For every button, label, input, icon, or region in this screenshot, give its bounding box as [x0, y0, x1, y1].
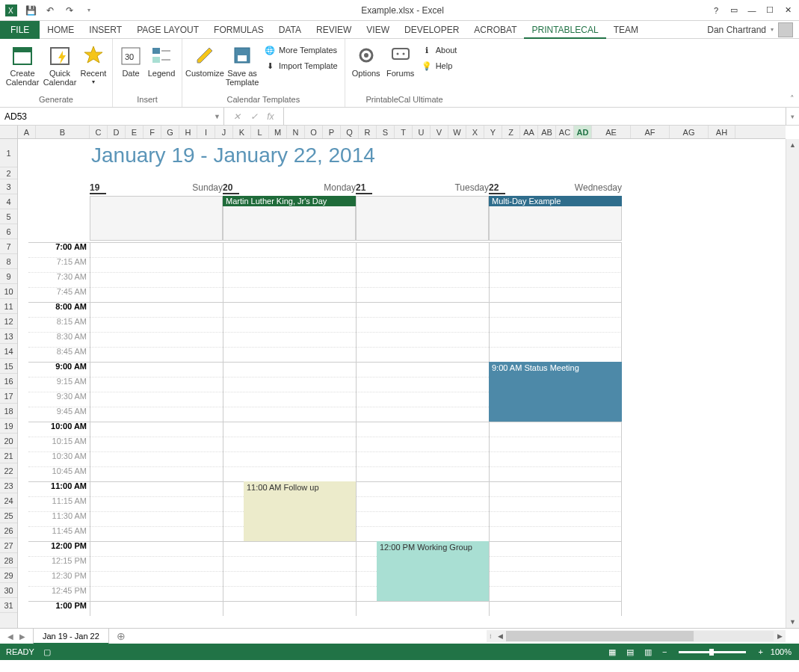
- recent-button[interactable]: Recent ▾: [79, 40, 108, 86]
- create-calendar-button[interactable]: Create Calendar: [4, 40, 40, 87]
- forums-button[interactable]: Forums: [384, 40, 417, 78]
- column-header[interactable]: AB: [538, 126, 556, 138]
- zoom-out-button[interactable]: −: [659, 647, 670, 656]
- column-header[interactable]: AA: [520, 126, 538, 138]
- about-button[interactable]: ℹAbout: [419, 43, 460, 58]
- column-header[interactable]: AC: [556, 126, 574, 138]
- row-header[interactable]: 15: [0, 359, 17, 374]
- column-header[interactable]: L: [251, 126, 269, 138]
- row-header[interactable]: 18: [0, 404, 17, 419]
- minimize-icon[interactable]: —: [744, 3, 760, 18]
- save-icon[interactable]: 💾: [22, 2, 39, 19]
- row-header[interactable]: 19: [0, 419, 17, 434]
- column-header[interactable]: Q: [341, 126, 359, 138]
- tab-data[interactable]: DATA: [271, 21, 309, 39]
- fx-icon[interactable]: fx: [267, 111, 274, 122]
- user-menu[interactable]: Dan Chartrand ▾: [707, 22, 799, 37]
- formula-input[interactable]: [284, 108, 786, 125]
- row-header[interactable]: 26: [0, 523, 17, 538]
- day-column[interactable]: [223, 242, 356, 616]
- column-header[interactable]: P: [323, 126, 341, 138]
- column-header[interactable]: Z: [502, 126, 520, 138]
- column-header[interactable]: N: [287, 126, 305, 138]
- qat-customize-icon[interactable]: ▾: [81, 2, 97, 19]
- allday-cell[interactable]: [90, 196, 223, 241]
- redo-icon[interactable]: ↷: [61, 2, 78, 19]
- column-header[interactable]: B: [36, 126, 90, 138]
- tab-home[interactable]: HOME: [40, 21, 81, 39]
- more-templates-button[interactable]: 🌐More Templates: [262, 43, 340, 58]
- row-header[interactable]: 16: [0, 374, 17, 389]
- zoom-slider[interactable]: [679, 651, 746, 653]
- column-header[interactable]: U: [413, 126, 431, 138]
- row-header[interactable]: 3: [0, 179, 17, 194]
- column-header[interactable]: D: [108, 126, 126, 138]
- allday-event[interactable]: Multi-Day Example: [489, 196, 622, 206]
- tab-printablecal[interactable]: PRINTABLECAL: [524, 21, 605, 39]
- undo-icon[interactable]: ↶: [42, 2, 58, 19]
- help-icon[interactable]: ?: [708, 3, 724, 18]
- maximize-icon[interactable]: ☐: [762, 3, 778, 18]
- column-header[interactable]: J: [215, 126, 233, 138]
- column-header[interactable]: R: [359, 126, 377, 138]
- column-header[interactable]: AD: [574, 126, 592, 138]
- row-header[interactable]: 20: [0, 434, 17, 448]
- row-header[interactable]: 7: [0, 239, 17, 254]
- column-header[interactable]: AG: [670, 126, 709, 138]
- column-header[interactable]: A: [18, 126, 36, 138]
- legend-button[interactable]: Legend: [146, 40, 177, 78]
- calendar-event[interactable]: 9:00 AM Status Meeting: [489, 362, 622, 422]
- row-header[interactable]: 6: [0, 224, 17, 239]
- day-column[interactable]: [90, 242, 223, 616]
- column-header[interactable]: S: [377, 126, 395, 138]
- tab-insert[interactable]: INSERT: [81, 21, 129, 39]
- row-header[interactable]: 8: [0, 254, 17, 269]
- options-button[interactable]: Options: [350, 40, 383, 78]
- tab-acrobat[interactable]: ACROBAT: [466, 21, 524, 39]
- customize-button[interactable]: Customize: [187, 40, 223, 78]
- allday-event[interactable]: Martin Luther King, Jr's Day: [223, 196, 356, 206]
- calendar-event[interactable]: 11:00 AM Follow up: [244, 481, 356, 541]
- column-header[interactable]: AH: [709, 126, 735, 138]
- scroll-up-icon[interactable]: ▲: [786, 139, 799, 151]
- accept-formula-icon[interactable]: ✓: [250, 111, 258, 122]
- macro-record-icon[interactable]: ▢: [43, 647, 51, 657]
- row-header[interactable]: 11: [0, 299, 17, 314]
- sheet-tab[interactable]: Jan 19 - Jan 22: [33, 629, 109, 644]
- row-header[interactable]: 24: [0, 493, 17, 508]
- select-all-corner[interactable]: [0, 126, 18, 139]
- row-header[interactable]: 30: [0, 583, 17, 598]
- row-header[interactable]: 21: [0, 448, 17, 463]
- row-header[interactable]: 1: [0, 139, 17, 167]
- ribbon-display-icon[interactable]: ▭: [726, 3, 742, 18]
- column-header[interactable]: G: [161, 126, 179, 138]
- chevron-down-icon[interactable]: ▼: [214, 113, 220, 120]
- column-header[interactable]: O: [305, 126, 323, 138]
- sheet-nav-prev-icon[interactable]: ◀: [7, 632, 13, 641]
- add-sheet-button[interactable]: ⊕: [109, 630, 133, 642]
- cells[interactable]: January 19 - January 22, 2014 19Sunday20…: [18, 139, 786, 628]
- zoom-in-button[interactable]: +: [755, 647, 765, 656]
- column-header[interactable]: C: [90, 126, 108, 138]
- collapse-ribbon-icon[interactable]: ˄: [790, 94, 795, 104]
- tab-review[interactable]: REVIEW: [309, 21, 359, 39]
- column-header[interactable]: F: [144, 126, 161, 138]
- row-header[interactable]: 31: [0, 598, 17, 613]
- import-template-button[interactable]: ⬇Import Template: [262, 58, 340, 73]
- view-page-layout-icon[interactable]: ▤: [623, 647, 637, 657]
- save-as-template-button[interactable]: Save as Template: [224, 40, 260, 87]
- name-box[interactable]: AD53▼: [0, 108, 224, 125]
- row-header[interactable]: 13: [0, 329, 17, 344]
- date-button[interactable]: 30 Date: [117, 40, 144, 78]
- row-header[interactable]: 10: [0, 284, 17, 299]
- tab-file[interactable]: FILE: [0, 21, 40, 39]
- row-header[interactable]: 23: [0, 478, 17, 493]
- column-header[interactable]: AE: [592, 126, 631, 138]
- horizontal-scrollbar[interactable]: ⁞ ◀ ▶: [487, 630, 786, 642]
- tab-developer[interactable]: DEVELOPER: [397, 21, 466, 39]
- sheet-nav-next-icon[interactable]: ▶: [19, 632, 25, 641]
- scroll-down-icon[interactable]: ▼: [786, 616, 799, 628]
- column-header[interactable]: Y: [484, 126, 502, 138]
- column-header[interactable]: AF: [631, 126, 670, 138]
- column-header[interactable]: X: [466, 126, 484, 138]
